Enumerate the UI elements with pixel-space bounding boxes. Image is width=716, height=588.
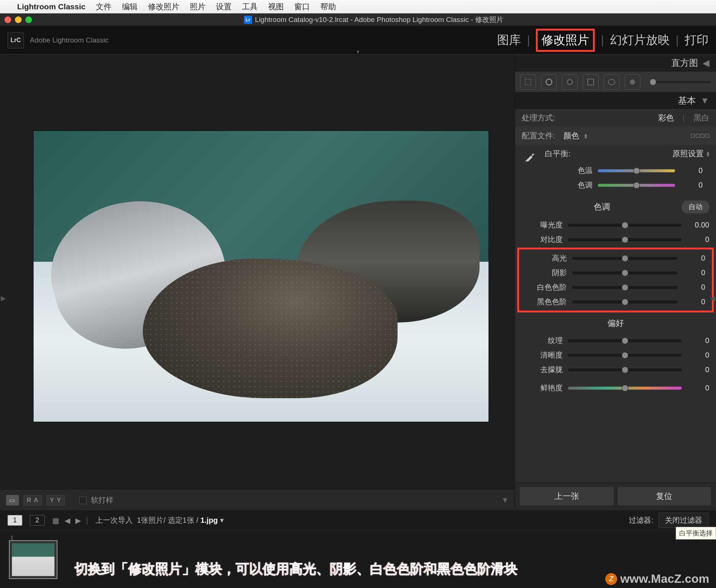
temp-slider[interactable] — [598, 169, 675, 172]
clarity-slider[interactable] — [568, 354, 682, 357]
texture-value[interactable]: 0 — [687, 336, 709, 345]
tone-group-header: 色调 自动 — [515, 196, 716, 218]
expand-right-panel-icon[interactable]: ◀ — [710, 294, 715, 302]
profile-dropdown-icon[interactable]: ▴▾ — [584, 133, 587, 139]
blacks-label: 黑色色阶 — [526, 297, 567, 307]
develop-nav-buttons: 上一张 复位 — [515, 482, 716, 510]
brand-label: Adobe Lightroom Classic — [30, 36, 109, 44]
next-photo-nav-icon[interactable]: ▶ — [75, 516, 81, 525]
menu-window[interactable]: 窗口 — [294, 1, 310, 12]
radial-filter-tool-icon[interactable] — [604, 74, 619, 90]
menu-file[interactable]: 文件 — [96, 1, 112, 12]
tab-slideshow[interactable]: 幻灯片放映 — [610, 32, 670, 48]
shadows-label: 阴影 — [526, 268, 567, 278]
window-title: Lightroom Catalog-v10-2.lrcat - Adobe Ph… — [255, 15, 503, 25]
basic-panel-header[interactable]: 基本 ▼ — [515, 92, 716, 109]
spot-removal-tool-icon[interactable] — [541, 74, 557, 90]
svg-point-5 — [608, 79, 615, 85]
auto-tone-button[interactable]: 自动 — [682, 201, 709, 213]
tab-library[interactable]: 图库 — [497, 32, 521, 48]
filmstrip-path[interactable]: 上一次导入 1张照片/ 选定1张 / 1.jpg ▾ — [95, 515, 223, 525]
menu-view[interactable]: 视图 — [268, 1, 284, 12]
menu-photo[interactable]: 照片 — [190, 1, 205, 12]
svg-point-1 — [546, 79, 552, 85]
develop-tools-strip — [515, 72, 716, 92]
dehaze-value[interactable]: 0 — [687, 365, 709, 374]
blacks-value[interactable]: 0 — [683, 298, 705, 306]
highlights-label: 高光 — [526, 253, 567, 263]
tab-develop[interactable]: 修改照片 — [541, 33, 589, 47]
menu-develop[interactable]: 修改照片 — [148, 1, 179, 12]
wb-preset-dropdown[interactable]: 原照设置 ▴▾ — [672, 148, 709, 159]
close-window-button[interactable] — [4, 16, 11, 23]
previous-photo-button[interactable]: 上一张 — [519, 487, 614, 506]
compare-view-ra-button[interactable]: R A — [23, 495, 42, 506]
prev-photo-nav-icon[interactable]: ◀ — [65, 516, 70, 525]
whites-value[interactable]: 0 — [683, 283, 705, 292]
menu-help[interactable]: 帮助 — [320, 1, 336, 12]
vibrance-value[interactable]: 0 — [687, 384, 709, 392]
tab-print[interactable]: 打印 — [685, 32, 709, 48]
treatment-color[interactable]: 彩色 — [658, 113, 674, 123]
shadows-slider[interactable] — [572, 271, 678, 274]
grid-view-icon[interactable]: ▦ — [52, 516, 59, 525]
module-tabs: 图库 | 修改照片 | 幻灯片放映 | 打印 — [497, 29, 709, 52]
brush-tool-icon[interactable] — [625, 74, 640, 90]
loupe-view-button[interactable]: ▭ — [6, 495, 19, 506]
dehaze-slider[interactable] — [568, 368, 682, 371]
app-icon: Lr — [244, 16, 252, 24]
image-viewport[interactable] — [0, 54, 515, 490]
reset-button[interactable]: 复位 — [617, 487, 712, 506]
filmstrip: 1 白平衡选择 切换到「修改照片」模块，可以使用高光、阴影、白色色阶和黑色色阶滑… — [0, 531, 716, 588]
exposure-slider[interactable] — [568, 224, 682, 227]
profile-value[interactable]: 颜色 — [563, 131, 579, 141]
clarity-label: 清晰度 — [522, 350, 563, 360]
vibrance-label: 鲜艳度 — [522, 383, 563, 393]
toolbar-options-dropdown[interactable]: ▼ — [501, 496, 509, 504]
crop-tool-icon[interactable] — [520, 74, 536, 90]
highlights-value[interactable]: 0 — [683, 254, 705, 262]
tint-slider[interactable] — [598, 184, 675, 187]
tint-value[interactable]: 0 — [680, 181, 703, 189]
vibrance-slider[interactable] — [568, 387, 682, 390]
blacks-slider[interactable] — [572, 301, 678, 304]
presence-title: 偏好 — [522, 318, 709, 329]
clarity-value[interactable]: 0 — [687, 351, 709, 359]
treatment-label: 处理方式: — [522, 113, 555, 123]
menubar-appname[interactable]: Lightroom Classic — [17, 2, 85, 11]
minimize-window-button[interactable] — [15, 16, 22, 23]
temp-value[interactable]: 0 — [680, 166, 703, 175]
eyedropper-tool-icon[interactable] — [522, 148, 538, 165]
treatment-bw[interactable]: 黑白 — [694, 113, 709, 123]
texture-slider[interactable] — [568, 339, 682, 342]
graduated-filter-tool-icon[interactable] — [583, 74, 599, 90]
secondary-display-1[interactable]: 1 — [7, 515, 22, 526]
compare-view-yy-button[interactable]: Y Y — [47, 495, 65, 506]
maximize-window-button[interactable] — [25, 16, 32, 23]
redeye-tool-icon[interactable] — [562, 74, 578, 90]
expand-left-panel-icon[interactable]: ▶ — [1, 294, 6, 302]
filmstrip-thumbnail[interactable]: 1 — [9, 540, 57, 579]
whites-slider[interactable] — [572, 286, 678, 289]
exposure-value[interactable]: 0.00 — [687, 221, 709, 229]
soft-proof-label: 软打样 — [91, 495, 113, 505]
tool-size-slider[interactable] — [649, 81, 711, 83]
expand-top-panel-icon[interactable]: ▼ — [355, 49, 361, 55]
secondary-display-2[interactable]: 2 — [30, 515, 45, 526]
shadows-value[interactable]: 0 — [683, 268, 705, 277]
photo-preview[interactable] — [34, 131, 489, 422]
histogram-panel-header[interactable]: 直方图 ◀ — [515, 54, 716, 72]
collapse-icon: ◀ — [703, 58, 709, 68]
filter-dropdown[interactable]: 关闭过滤器 — [659, 513, 709, 528]
menu-tools[interactable]: 工具 — [242, 1, 258, 12]
exposure-label: 曝光度 — [522, 220, 563, 230]
svg-rect-4 — [588, 79, 594, 85]
annotation-highlight-sliders: 高光 0 阴影 0 白色色阶 0 黑色色阶 0 — [517, 248, 714, 312]
profile-browser-icon[interactable] — [691, 134, 709, 138]
contrast-value[interactable]: 0 — [687, 235, 709, 244]
menu-edit[interactable]: 编辑 — [122, 1, 138, 12]
highlights-slider[interactable] — [572, 257, 678, 260]
menu-settings[interactable]: 设置 — [216, 1, 232, 12]
soft-proof-checkbox[interactable] — [79, 497, 87, 504]
contrast-slider[interactable] — [568, 238, 682, 241]
